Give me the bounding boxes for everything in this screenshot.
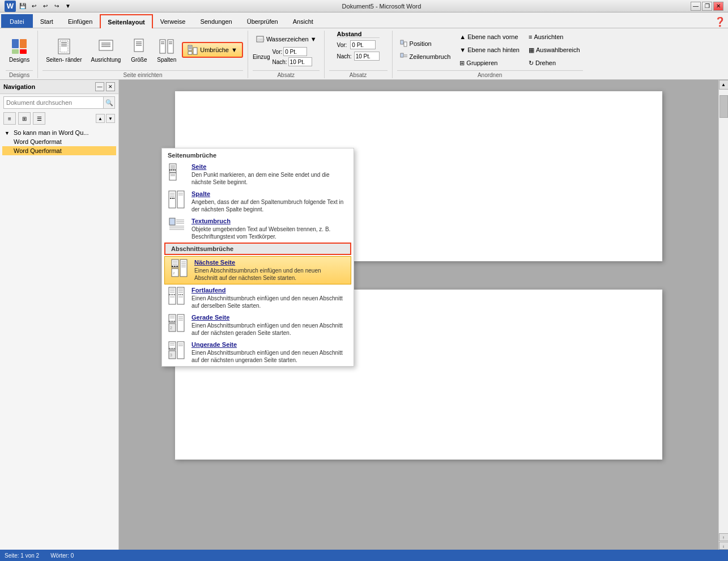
ausrichtung-button[interactable]: Ausrichtung [88, 32, 125, 68]
tab-ueberpruefen[interactable]: Überprüfen [240, 14, 286, 28]
close-button[interactable]: ✕ [713, 2, 723, 11]
tab-einfuegen[interactable]: Einfügen [61, 14, 100, 28]
ausrichten-button[interactable]: ≡ Ausrichten [526, 31, 583, 42]
einzug-label: Einzug [253, 54, 270, 60]
nav-prev-button[interactable]: ▲ [96, 114, 105, 123]
fortlaufend-icon [168, 287, 186, 305]
position-button[interactable]: Position [397, 38, 454, 49]
designs-buttons: Designs [6, 31, 33, 69]
nach-input[interactable] [354, 52, 380, 61]
spalten-button[interactable]: Spalten [154, 32, 180, 68]
naechste-seite-text: Nächste Seite Einen Abschnittsumbruch ei… [194, 259, 345, 282]
scroll-up-button[interactable]: ▲ [719, 80, 729, 90]
nav-view-pages-button[interactable]: ⊞ [18, 112, 31, 125]
tab-ansicht[interactable]: Ansicht [286, 14, 321, 28]
tab-datei[interactable]: Datei [1, 14, 33, 28]
page-up-button[interactable]: ↑ [719, 533, 729, 541]
page-down-button[interactable]: ↓ [719, 542, 729, 550]
wasserzeichen-button[interactable]: DRAFT Wasserzeichen ▼ [253, 33, 320, 45]
tab-start[interactable]: Start [33, 14, 61, 28]
spalte-title: Spalte [191, 190, 348, 197]
svg-rect-2 [12, 49, 19, 54]
designs-button[interactable]: Designs [6, 32, 33, 68]
dropdown-item-gerade-seite[interactable]: 2 Gerade Seite Einen Abschnittsumbruch e… [162, 312, 354, 339]
spalten-icon [157, 37, 176, 56]
svg-rect-46 [177, 191, 184, 208]
nav-search-button[interactable]: 🔍 [103, 97, 114, 108]
drehen-button[interactable]: ↻ Drehen [526, 57, 583, 69]
abstand-nach-input[interactable] [288, 57, 312, 66]
nav-tree-child1[interactable]: Word Querformat [2, 137, 116, 146]
svg-text:3: 3 [170, 353, 172, 357]
textumbruch-title: Textumbruch [191, 218, 348, 224]
ribbon-group-designs: Designs Designs [1, 31, 38, 78]
zeilenumbruch-button[interactable]: Zeilenumbruch [397, 51, 454, 62]
groesse-button[interactable]: Größe [126, 32, 151, 68]
ebene-hinten-label: Ebene nach hinten [467, 46, 520, 53]
ebene-vorne-button[interactable]: ▲ Ebene nach vorne [457, 31, 522, 42]
ribbon-group-seite: Seiten- ränder Ausrichtung [38, 31, 248, 78]
help-icon[interactable]: ❓ [714, 16, 726, 27]
designs-label: Designs [9, 57, 29, 63]
word-logo-icon: W [5, 1, 16, 12]
svg-rect-9 [99, 40, 113, 50]
nav-tree-parent[interactable]: ▼ So kann man in Word Qu... [2, 128, 116, 137]
nav-tree-child2[interactable]: Word Querformat [2, 146, 116, 155]
seitenraender-button[interactable]: Seiten- ränder [42, 32, 85, 68]
ungerade-seite-icon: 3 [168, 341, 186, 359]
gerade-seite-title: Gerade Seite [191, 314, 348, 321]
abschnittsumbrueche-section: Abschnittsumbrüche [164, 243, 351, 255]
naechste-seite-icon: 2 [171, 259, 189, 277]
seite-text: Seite Den Punkt markieren, an dem eine S… [191, 163, 348, 186]
auswahlbereich-button[interactable]: ▦ Auswahlbereich [526, 44, 583, 56]
svg-text:DRAFT: DRAFT [258, 38, 265, 41]
scroll-thumb[interactable] [720, 95, 728, 118]
spalte-text: Spalte Angeben, dass der auf den Spalten… [191, 190, 348, 213]
ribbon-tabs: Datei Start Einfügen Seitenlayout Verwei… [0, 12, 728, 28]
nav-tree-arrow-icon: ▼ [5, 130, 10, 136]
anordnen-group-label: Anordnen [397, 70, 583, 78]
dropdown-item-fortlaufend[interactable]: Fortlaufend Einen Abschnittsumbruch einf… [162, 284, 354, 312]
title-bar: W 💾 ↩ ↩ ↪ ▼ Dokument5 - Microsoft Word —… [0, 0, 728, 12]
minimize-button[interactable]: — [691, 2, 701, 11]
abstand-vor-input[interactable] [283, 47, 307, 56]
dropdown-item-naechste-seite[interactable]: 2 Nächste Seite Einen Abschnittsumbruch … [164, 256, 351, 284]
nav-view-results-button[interactable]: ☰ [33, 112, 45, 125]
umbruche-button[interactable]: Umbrüche ▼ [182, 42, 243, 58]
ebene-vorne-icon: ▲ [459, 33, 466, 40]
gruppieren-button[interactable]: ⊞ Gruppieren [457, 57, 522, 69]
nav-view-headings-button[interactable]: ≡ [3, 112, 16, 125]
quick-undo-icon[interactable]: ↩ [29, 2, 39, 11]
textumbruch-icon [168, 218, 186, 236]
dropdown-item-seite[interactable]: Seite Den Punkt markieren, an dem eine S… [162, 161, 354, 188]
window-title: Dokument5 - Microsoft Word [73, 3, 691, 10]
restore-button[interactable]: ❐ [702, 2, 712, 11]
quick-dropdown-icon[interactable]: ▼ [63, 2, 73, 11]
seitenumbrueche-section-label: Seitenumbrüche [162, 148, 354, 161]
tab-seitenlayout[interactable]: Seitenlayout [100, 14, 152, 28]
nav-minimize-button[interactable]: — [95, 82, 104, 91]
dropdown-item-textumbruch[interactable]: Textumbruch Objekte umgebenden Text auf … [162, 215, 354, 243]
dropdown-item-ungerade-seite[interactable]: 3 Ungerade Seite Einen Abschnittsumbruch… [162, 339, 354, 366]
svg-rect-25 [193, 48, 197, 54]
ebene-hinten-button[interactable]: ▼ Ebene nach hinten [457, 44, 522, 56]
nav-next-button[interactable]: ▼ [106, 114, 115, 123]
title-bar-left: W 💾 ↩ ↩ ↪ ▼ [5, 1, 73, 12]
svg-rect-100 [177, 342, 184, 359]
svg-rect-36 [169, 164, 176, 172]
tab-sendungen[interactable]: Sendungen [193, 14, 239, 28]
dropdown-item-spalte[interactable]: Spalte Angeben, dass der auf den Spalten… [162, 188, 354, 215]
scroll-track[interactable] [719, 90, 728, 532]
drehen-label: Drehen [535, 60, 556, 66]
quick-redo-icon[interactable]: ↪ [52, 2, 61, 11]
ausrichten-label: Ausrichten [534, 33, 563, 40]
quick-undo-arrow[interactable]: ↩ [41, 2, 50, 11]
seitenraender-icon [55, 37, 73, 56]
nav-close-button[interactable]: ✕ [106, 82, 115, 91]
wasserzeichen-label: Wasserzeichen [266, 36, 309, 42]
nav-search-input[interactable] [4, 98, 103, 107]
quick-save-icon[interactable]: 💾 [18, 2, 27, 11]
vor-input[interactable] [350, 40, 376, 49]
tab-verweise[interactable]: Verweise [153, 14, 193, 28]
navigation-panel: Navigation — ✕ 🔍 ≡ ⊞ ☰ ▲ ▼ ▼ So kan [0, 80, 119, 560]
